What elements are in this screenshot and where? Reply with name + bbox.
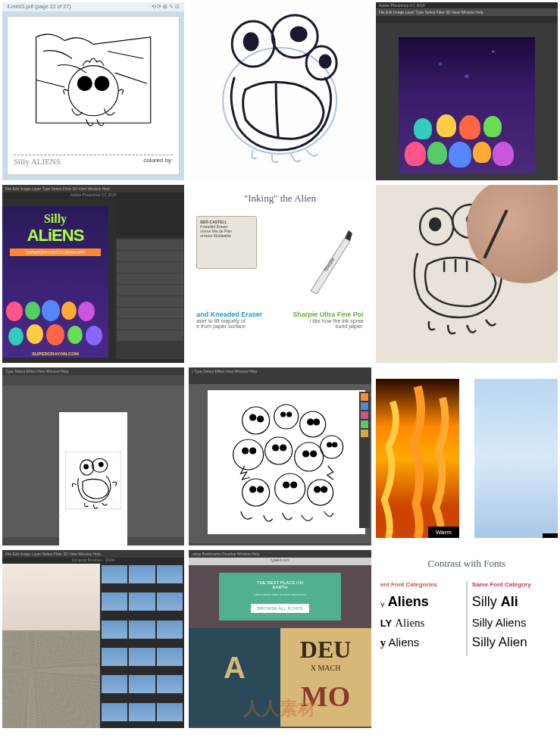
bridge-thumb[interactable] bbox=[129, 621, 155, 639]
kneaded-eraser: BER-CASTELL Kneaded Eraser omme Mie de P… bbox=[196, 216, 257, 269]
sharpie-caption: Sharpie Ultra Fine Poi bbox=[292, 311, 364, 318]
layer-row[interactable] bbox=[117, 239, 183, 250]
svg-point-7 bbox=[291, 27, 306, 41]
layer-row[interactable] bbox=[117, 251, 183, 261]
layer-row[interactable] bbox=[117, 330, 183, 341]
layer-row[interactable] bbox=[117, 262, 183, 273]
bridge-thumb[interactable] bbox=[102, 648, 127, 666]
col-same: Same Font Category Silly Ali Silly Alien… bbox=[466, 581, 558, 656]
ai-toolbar bbox=[2, 375, 184, 386]
warm-label: Warm bbox=[428, 527, 459, 538]
tile-font-contrast[interactable]: Contrast with Fonts ent Font Categories … bbox=[376, 550, 558, 728]
tile-illustrator-single[interactable]: Type Select Effect View Window Help bbox=[2, 367, 184, 545]
fire-image: Warm bbox=[376, 379, 459, 538]
svg-point-44 bbox=[327, 442, 332, 447]
svg-point-36 bbox=[250, 448, 256, 454]
bridge-thumb[interactable] bbox=[157, 675, 183, 693]
svg-point-30 bbox=[287, 412, 292, 417]
bridge-thumb[interactable] bbox=[157, 621, 183, 639]
bridge-thumb[interactable] bbox=[129, 592, 155, 611]
svg-point-49 bbox=[275, 474, 305, 504]
inking-title: "Inking" the Alien bbox=[196, 192, 363, 205]
bridge-thumb[interactable] bbox=[102, 565, 127, 583]
coloring-page: Silly ALIENS colored by: bbox=[7, 16, 180, 175]
svg-point-22 bbox=[84, 464, 89, 469]
layer-row[interactable] bbox=[117, 296, 183, 307]
bridge-thumb[interactable] bbox=[157, 592, 183, 611]
poster-canvas: Silly ALiENS SUPERCRAYON COLORING APP SU… bbox=[2, 206, 108, 358]
cat-different: ent Font Categories bbox=[380, 581, 461, 588]
svg-point-24 bbox=[99, 462, 104, 467]
svg-point-25 bbox=[242, 407, 270, 434]
ai-right-panel bbox=[359, 392, 370, 528]
layer-row[interactable] bbox=[117, 308, 183, 318]
col-different: ent Font Categories ᵧ Aliens LY Aliens y… bbox=[376, 581, 466, 656]
ps-tab: Dynamic Brushes - 100% bbox=[2, 558, 184, 564]
svg-point-29 bbox=[281, 412, 286, 417]
ps-title-2: Adobe Photoshop CC 2015 bbox=[2, 192, 184, 199]
logo-silly-aliens: Silly ALIENS bbox=[14, 157, 61, 166]
tile-typekit[interactable]: velop Bookmarks Develop Window Help type… bbox=[189, 550, 371, 728]
bridge-thumb[interactable] bbox=[129, 648, 155, 666]
bridge-thumb[interactable] bbox=[157, 565, 183, 583]
svg-point-1 bbox=[77, 77, 92, 91]
bridge-thumb[interactable] bbox=[129, 565, 155, 583]
svg-point-32 bbox=[308, 419, 314, 425]
typekit-card: THE BEST PLACE ON EARTH Lorem ipsum dolo… bbox=[219, 573, 340, 621]
thumbnail-grid: 4.miniS.pdf (page 22 of 27) ⟲ ⟳ ⊞ ✎ ⊡ Si… bbox=[0, 0, 560, 730]
logo-aliens: ALiENS bbox=[2, 226, 108, 245]
tile-pdf-coloring[interactable]: 4.miniS.pdf (page 22 of 27) ⟲ ⟳ ⊞ ✎ ⊡ Si… bbox=[2, 2, 184, 180]
svg-point-52 bbox=[308, 480, 333, 505]
svg-point-27 bbox=[258, 416, 264, 422]
contrast-title: Contrast with Fonts bbox=[376, 558, 558, 570]
bridge-thumb[interactable] bbox=[157, 648, 183, 666]
svg-point-45 bbox=[333, 442, 337, 447]
svg-point-26 bbox=[250, 414, 256, 420]
snow-image bbox=[474, 379, 558, 538]
sharpie-pen: Sharpie bbox=[303, 223, 364, 299]
tile-photoshop-canvas[interactable]: Adobe Photoshop CC 2015 File Edit Image … bbox=[376, 2, 558, 180]
logo-silly: Silly bbox=[2, 212, 108, 226]
bridge-thumb[interactable] bbox=[102, 703, 127, 721]
svg-point-34 bbox=[233, 439, 264, 470]
tile-illustrator-group[interactable]: t Type Select Effect View Window Help bbox=[189, 367, 371, 545]
bridge-thumb[interactable] bbox=[102, 675, 127, 693]
svg-point-51 bbox=[291, 482, 297, 488]
svg-point-42 bbox=[311, 451, 317, 457]
svg-point-48 bbox=[258, 486, 264, 492]
watermark: 人人素材 bbox=[243, 696, 316, 721]
ps-menu: File Edit Image Layer Type Select Filter… bbox=[376, 8, 558, 16]
bridge-thumb[interactable] bbox=[157, 703, 183, 721]
pdf-filename: 4.miniS.pdf (page 22 of 27) bbox=[7, 4, 70, 10]
cat-same: Same Font Category bbox=[472, 581, 553, 588]
tile-hand-drawing[interactable] bbox=[376, 185, 558, 363]
cold-label bbox=[543, 533, 558, 538]
ps-menu-2: File Edit Image Layer Type Select Filter… bbox=[2, 185, 184, 192]
browse-fonts-button[interactable]: BROWSE ALL FONTS bbox=[251, 604, 308, 613]
bridge-thumb[interactable] bbox=[102, 621, 127, 639]
ai-menu: Type Select Effect View Window Help bbox=[2, 367, 184, 375]
url-bar[interactable]: typekit.com bbox=[189, 558, 371, 565]
tile-bridge-browser[interactable]: File Edit Image Layer Select Filter 3D V… bbox=[2, 550, 184, 728]
bridge-thumb[interactable] bbox=[129, 703, 155, 721]
bridge-thumb[interactable] bbox=[129, 675, 155, 693]
svg-point-40 bbox=[295, 442, 324, 471]
ps-menu-3: File Edit Image Layer Select Filter 3D V… bbox=[2, 550, 184, 558]
layer-row[interactable] bbox=[117, 319, 183, 330]
svg-point-28 bbox=[274, 405, 299, 429]
tile-photoshop-layers[interactable]: File Edit Image Layer Type Select Filter… bbox=[2, 185, 184, 363]
pdf-titlebar: 4.miniS.pdf (page 22 of 27) ⟲ ⟳ ⊞ ✎ ⊡ bbox=[2, 2, 184, 11]
tile-inking[interactable]: "Inking" the Alien BER-CASTELL Kneaded E… bbox=[189, 185, 371, 363]
svg-point-13 bbox=[430, 218, 440, 230]
tile-warm-cold[interactable]: Warm bbox=[376, 367, 558, 545]
safari-menu: velop Bookmarks Develop Window Help bbox=[189, 550, 371, 558]
layer-row[interactable] bbox=[117, 274, 183, 284]
svg-point-9 bbox=[320, 55, 330, 67]
bridge-thumb[interactable] bbox=[102, 592, 127, 611]
tile-alien-sketch[interactable] bbox=[189, 2, 371, 180]
svg-point-54 bbox=[321, 486, 327, 492]
ai-menu-2: t Type Select Effect View Window Help bbox=[189, 367, 371, 375]
preview-pane bbox=[2, 564, 100, 728]
pdf-tools: ⟲ ⟳ ⊞ ✎ ⊡ bbox=[152, 4, 180, 10]
layer-row[interactable] bbox=[117, 285, 183, 295]
